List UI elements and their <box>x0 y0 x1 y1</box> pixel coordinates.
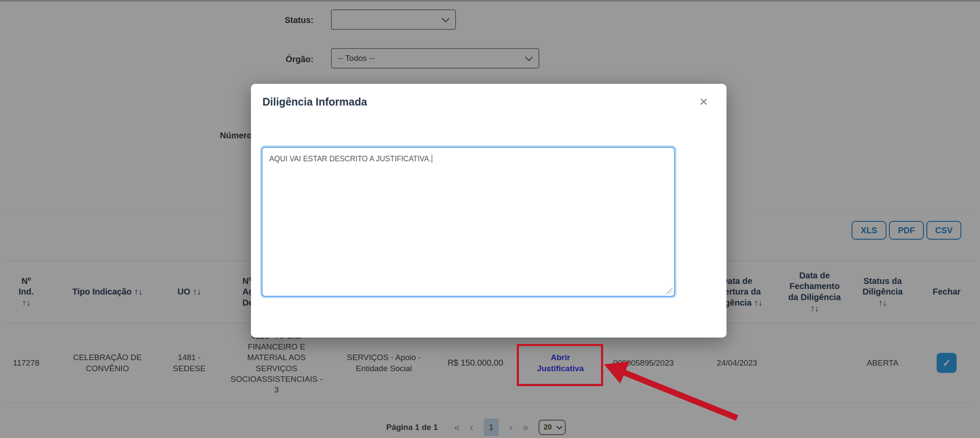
justificativa-text: AQUI VAI ESTAR DESCRITO A JUSTIFICATIVA. <box>269 155 431 163</box>
app-screen: Status: Órgão: -- Todos -- Número XLS PD… <box>0 0 980 438</box>
text-caret <box>432 155 433 163</box>
justificativa-textarea[interactable]: AQUI VAI ESTAR DESCRITO A JUSTIFICATIVA. <box>262 147 675 297</box>
resize-handle-icon[interactable] <box>666 287 672 294</box>
diligencia-modal: Diligência Informada × AQUI VAI ESTAR DE… <box>251 84 726 338</box>
modal-title: Diligência Informada <box>262 96 367 108</box>
modal-close-button[interactable]: × <box>699 94 708 109</box>
